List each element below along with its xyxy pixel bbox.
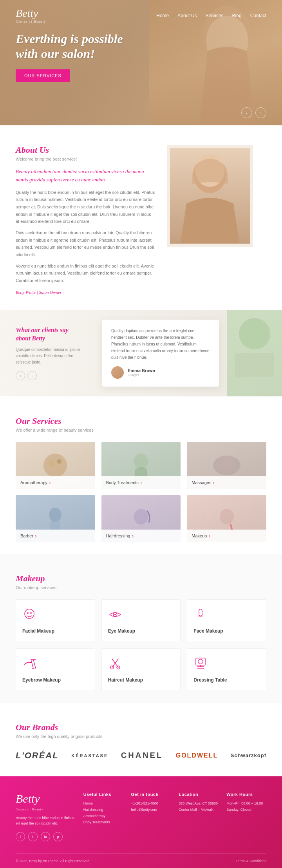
service-arrow-icon: › <box>35 533 37 539</box>
face-makeup-label: Face Makeup <box>193 628 260 634</box>
service-card-barber[interactable]: Barber › <box>16 495 95 542</box>
service-label-aromatherapy: Aromatherapy › <box>16 476 95 489</box>
about-section: About Us Welcome bring the best service!… <box>0 125 282 310</box>
hero-title: Everthing is possiblewith our salon! <box>16 31 123 61</box>
makeup-card-eyebrow[interactable]: Eyebrow Makeup <box>16 648 95 691</box>
footer-social: f t in p <box>16 832 76 841</box>
makeup-card-face[interactable]: Face Makeup <box>187 599 266 642</box>
makeup-card-eye[interactable]: Eye Makeup <box>101 599 181 642</box>
nav-about[interactable]: About Us <box>177 13 197 18</box>
footer-desc: Beauty the nunc bibe endun in finibus el… <box>16 815 76 826</box>
footer-link-hairdressing[interactable]: Hairdressing <box>83 808 123 812</box>
footer-brand: Betty Center of Beauty Beauty the nunc b… <box>16 792 76 841</box>
nav-blog[interactable]: Blog <box>232 13 242 18</box>
hero-cta-button[interactable]: Our Services <box>16 69 70 82</box>
footer-col-location: Location 325 West Ave, CT 05950 Center M… <box>179 792 219 841</box>
nav-contact[interactable]: Contact <box>250 13 266 18</box>
haircut-makeup-label: Haircut Makeup <box>108 677 174 683</box>
footer-sunday-hours: Sunday: Closed <box>226 808 266 812</box>
footer-logo: Betty <box>16 792 76 805</box>
brands-section: Our Brands We use only the high quality … <box>0 703 282 776</box>
footer-link-home[interactable]: Home <box>83 801 123 805</box>
svg-point-15 <box>25 609 34 618</box>
svg-point-6 <box>43 454 67 477</box>
footer-logo-sub: Center of Beauty <box>16 808 76 811</box>
social-instagram[interactable]: in <box>41 832 50 841</box>
footer-copyright: © 2022, Betty by BKTheme. All Right Rese… <box>16 859 90 863</box>
services-section: Our Services We offer a wide range of be… <box>0 396 282 554</box>
footer-contact-title: Get in touch <box>131 792 171 797</box>
makeup-subtitle: Our makeup services <box>16 585 266 590</box>
testimonial-bg-image <box>227 310 282 396</box>
hero-content: Everthing is possiblewith our salon! Our… <box>16 31 123 82</box>
testimonial-next[interactable]: › <box>27 371 37 380</box>
service-label-barber: Barber › <box>16 530 95 542</box>
service-arrow-icon: › <box>49 479 51 486</box>
social-twitter[interactable]: t <box>28 832 38 841</box>
facial-makeup-icon <box>22 608 89 624</box>
social-facebook[interactable]: f <box>16 832 25 841</box>
brand-goldwell: GOLDWELL <box>176 752 218 759</box>
nav-services[interactable]: Services <box>206 13 224 18</box>
svg-point-17 <box>30 612 32 614</box>
dressing-makeup-icon <box>193 656 260 673</box>
service-card-hair[interactable]: Hairdressing › <box>101 495 181 542</box>
site-logo[interactable]: Betty Center of Beauty <box>16 7 46 24</box>
reviewer-info: Emma Brown Lawyer <box>128 368 155 377</box>
service-label-hair: Hairdressing › <box>101 530 181 542</box>
makeup-title: Makeup <box>16 573 266 584</box>
hero-next-button[interactable]: › <box>255 107 266 118</box>
svg-point-19 <box>114 614 116 615</box>
svg-point-16 <box>27 612 29 614</box>
makeup-section: Makeup Our makeup services Facial Makeup… <box>0 554 282 703</box>
about-right <box>167 145 266 247</box>
testimonial-person: Emma Brown Lawyer <box>111 366 210 379</box>
svg-point-12 <box>49 508 61 522</box>
service-label-massage: Massages › <box>187 476 266 489</box>
makeup-grid: Facial Makeup Eye Makeup Face Makeup Eye… <box>16 599 266 691</box>
footer-link-aromatherapy[interactable]: Aromatherapy <box>83 814 123 818</box>
footer-weekday-hours: Mon–Fri: 08:00 – 16:00 <box>226 801 266 805</box>
service-card-body[interactable]: Body Treatments › <box>101 442 181 489</box>
reviewer-role: Lawyer <box>128 373 155 377</box>
facial-makeup-label: Facial Makeup <box>22 628 89 634</box>
svg-point-4 <box>239 318 270 349</box>
svg-rect-21 <box>198 615 203 617</box>
hero-prev-button[interactable]: ‹ <box>241 107 252 118</box>
testimonial-left: What our clients say about Betty Quisque… <box>0 315 94 392</box>
svg-point-9 <box>134 454 148 469</box>
brand-loreal: L'ORÉAL <box>16 750 59 761</box>
footer-terms[interactable]: Terms & Conditions <box>236 859 266 863</box>
makeup-card-haircut[interactable]: Haircut Makeup <box>101 648 181 691</box>
testimonial-prev[interactable]: ‹ <box>16 371 25 380</box>
footer-phone: +1-201-521-4800 <box>131 801 171 805</box>
social-pinterest[interactable]: p <box>53 832 63 841</box>
footer-location-title: Location <box>179 792 219 797</box>
makeup-card-dressing[interactable]: Dressing Table <box>187 648 266 691</box>
testimonial-section: What our clients say about Betty Quisque… <box>0 310 282 396</box>
about-para1: Quality the nunc bibe endun in finibus e… <box>16 189 155 225</box>
about-left: About Us Welcome bring the best service!… <box>16 145 155 295</box>
footer: Betty Center of Beauty Beauty the nunc b… <box>0 776 282 868</box>
testimonial-desc: Quisque consectetur massa id ipsum volut… <box>16 347 82 365</box>
service-card-aromatherapy[interactable]: Aromatherapy › <box>16 442 95 489</box>
service-arrow-icon: › <box>208 533 210 539</box>
footer-hours-title: Work Hours <box>226 792 266 797</box>
service-card-massage[interactable]: Massages › <box>187 442 266 489</box>
footer-bottom: © 2022, Betty by BKTheme. All Right Rese… <box>16 853 266 863</box>
hero-arrows: ‹ › <box>241 107 266 118</box>
about-title: About Us <box>16 145 155 155</box>
service-card-makeup[interactable]: Makeup › <box>187 495 266 542</box>
footer-col-links: Useful Links Home Hairdressing Aromather… <box>83 792 123 841</box>
brand-chanel: CHANEL <box>121 751 163 760</box>
footer-link-body[interactable]: Body Treatments <box>83 820 123 824</box>
about-photo <box>170 148 250 244</box>
services-title: Our Services <box>16 416 266 426</box>
makeup-card-facial[interactable]: Facial Makeup <box>16 599 95 642</box>
service-arrow-icon: › <box>140 479 142 486</box>
brands-logos: L'ORÉAL KÉRASTASE CHANEL GOLDWELL Schwar… <box>16 750 266 761</box>
svg-point-14 <box>220 509 234 524</box>
brands-title: Our Brands <box>16 722 266 732</box>
service-label-makeup: Makeup › <box>187 530 266 542</box>
nav-home[interactable]: Home <box>156 13 169 18</box>
